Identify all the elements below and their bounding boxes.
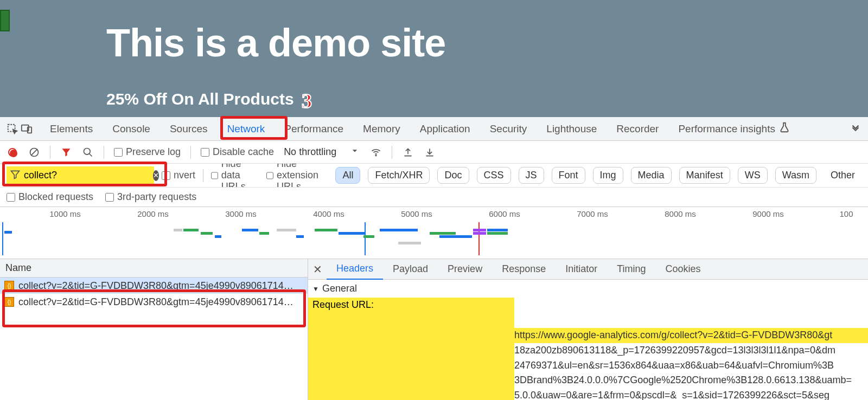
network-timeline[interactable]: 1000 ms 2000 ms 3000 ms 4000 ms 5000 ms … (0, 207, 868, 259)
pill-manifest[interactable]: Manifest (679, 167, 730, 184)
close-details-icon[interactable]: ✕ (308, 263, 327, 276)
tab-application[interactable]: Application (410, 117, 480, 141)
blocked-requests-checkbox[interactable]: Blocked requests (7, 191, 93, 203)
blocked-label: Blocked requests (18, 191, 93, 203)
filter-input[interactable] (24, 170, 150, 181)
devtools-panel: Elements Console Sources Network Perform… (0, 117, 868, 400)
name-column-header[interactable]: Name (0, 259, 308, 278)
inspect-icon[interactable] (5, 123, 20, 135)
third-party-label: 3rd-party requests (117, 191, 196, 203)
request-details: ✕ Headers Payload Preview Response Initi… (308, 259, 868, 400)
tab-performance[interactable]: Performance (275, 117, 353, 141)
tick: 2000 ms (137, 209, 169, 218)
filter-icon[interactable] (60, 146, 72, 158)
funnel-icon (10, 169, 21, 182)
timeline-ticks: 1000 ms 2000 ms 3000 ms 4000 ms 5000 ms … (0, 209, 868, 219)
search-icon[interactable] (82, 146, 94, 158)
request-type-icon: {} (4, 281, 14, 291)
pill-doc[interactable]: Doc (437, 167, 469, 184)
pill-all[interactable]: All (335, 167, 360, 184)
tab-performance-insights[interactable]: Performance insights (668, 117, 800, 141)
request-url-row: Request URL: https://www.google-analytic… (308, 298, 868, 400)
page-content: This is a demo site 25% Off On All Produ… (0, 0, 868, 117)
devtools-tabs: Elements Console Sources Network Perform… (0, 117, 868, 141)
tick: 3000 ms (225, 209, 257, 218)
export-har-icon[interactable] (424, 146, 436, 158)
left-edge-tab (0, 10, 10, 31)
tick: 5000 ms (401, 209, 432, 218)
pill-fetch-xhr[interactable]: Fetch/XHR (368, 167, 430, 184)
disclosure-triangle-icon: ▼ (312, 285, 319, 293)
record-button[interactable] (7, 146, 18, 158)
hide-data-label: Hide data URLs (221, 164, 259, 188)
request-name: collect?v=2&tid=G-FVDBDW3R80&gtm=45je499… (18, 280, 293, 292)
general-label: General (322, 283, 357, 294)
request-row[interactable]: {} collect?v=2&tid=G-FVDBDW3R80&gtm=45je… (0, 294, 308, 310)
more-tabs-icon[interactable] (848, 123, 863, 135)
hide-extension-urls-checkbox[interactable]: Hide extension URLs (266, 164, 328, 188)
pill-js[interactable]: JS (519, 167, 544, 184)
disable-cache-checkbox[interactable]: Disable cache (201, 146, 274, 158)
hide-data-urls-checkbox[interactable]: Hide data URLs (211, 164, 259, 188)
pill-css[interactable]: CSS (477, 167, 511, 184)
device-toggle-icon[interactable] (20, 123, 34, 135)
tab-lighthouse[interactable]: Lighthouse (537, 117, 607, 141)
tab-recorder[interactable]: Recorder (607, 117, 668, 141)
filter-bar: ✕ nvert Hide data URLs Hide extension UR… (0, 164, 868, 188)
tab-elements[interactable]: Elements (40, 117, 103, 141)
pill-font[interactable]: Font (552, 167, 585, 184)
annotation-3: 3 (302, 89, 312, 113)
tab-security[interactable]: Security (480, 117, 537, 141)
request-url-value: https://www.google-analytics.com/g/colle… (514, 298, 868, 400)
tick: 7000 ms (577, 209, 608, 218)
detail-tab-preview[interactable]: Preview (438, 259, 492, 280)
divider (190, 146, 191, 159)
svg-point-7 (375, 155, 376, 156)
divider (104, 146, 104, 159)
preserve-log-checkbox[interactable]: Preserve log (114, 146, 181, 158)
invert-label: nvert (174, 170, 195, 181)
detail-tab-response[interactable]: Response (492, 259, 556, 280)
flask-icon (778, 121, 790, 136)
tick: 8000 ms (665, 209, 696, 218)
pill-wasm[interactable]: Wasm (775, 167, 816, 184)
filter-input-wrap: ✕ (7, 166, 154, 185)
page-title: This is a demo site (106, 21, 445, 65)
clear-filter-icon[interactable]: ✕ (153, 170, 159, 181)
throttling-value: No throttling (284, 146, 336, 158)
general-section-header[interactable]: ▼ General (308, 280, 868, 298)
pill-ws[interactable]: WS (738, 167, 768, 184)
throttling-select[interactable]: No throttling (284, 145, 360, 159)
third-party-checkbox[interactable]: 3rd-party requests (105, 191, 196, 203)
detail-tab-payload[interactable]: Payload (383, 259, 438, 280)
pill-other[interactable]: Other (824, 167, 861, 183)
svg-point-5 (84, 148, 91, 154)
detail-tab-headers[interactable]: Headers (327, 259, 383, 280)
network-conditions-icon[interactable] (370, 146, 382, 158)
svg-line-4 (31, 149, 37, 156)
detail-tab-initiator[interactable]: Initiator (556, 259, 607, 280)
request-url-key: Request URL: (308, 298, 514, 400)
tick: 6000 ms (489, 209, 520, 218)
filter-bar-2: Blocked requests 3rd-party requests (0, 188, 868, 207)
pill-media[interactable]: Media (631, 167, 672, 184)
hide-ext-label: Hide extension URLs (277, 164, 328, 188)
tick: 9000 ms (752, 209, 784, 218)
request-list: Name {} collect?v=2&tid=G-FVDBDW3R80&gtm… (0, 259, 308, 400)
import-har-icon[interactable] (402, 146, 414, 158)
detail-tab-timing[interactable]: Timing (607, 259, 655, 280)
tab-network[interactable]: Network (218, 117, 275, 141)
tab-sources[interactable]: Sources (160, 117, 218, 141)
tab-performance-insights-label: Performance insights (678, 123, 775, 135)
request-row[interactable]: {} collect?v=2&tid=G-FVDBDW3R80&gtm=45je… (0, 278, 308, 294)
clear-icon[interactable] (28, 146, 40, 158)
invert-checkbox[interactable]: nvert (162, 170, 195, 181)
tab-console[interactable]: Console (103, 117, 160, 141)
detail-tabs: ✕ Headers Payload Preview Response Initi… (308, 259, 868, 280)
divider (203, 169, 203, 182)
network-toolbar: Preserve log Disable cache No throttling (0, 141, 868, 164)
pill-img[interactable]: Img (593, 167, 623, 184)
tick: 1000 ms (49, 209, 81, 218)
detail-tab-cookies[interactable]: Cookies (656, 259, 711, 280)
tab-memory[interactable]: Memory (353, 117, 410, 141)
